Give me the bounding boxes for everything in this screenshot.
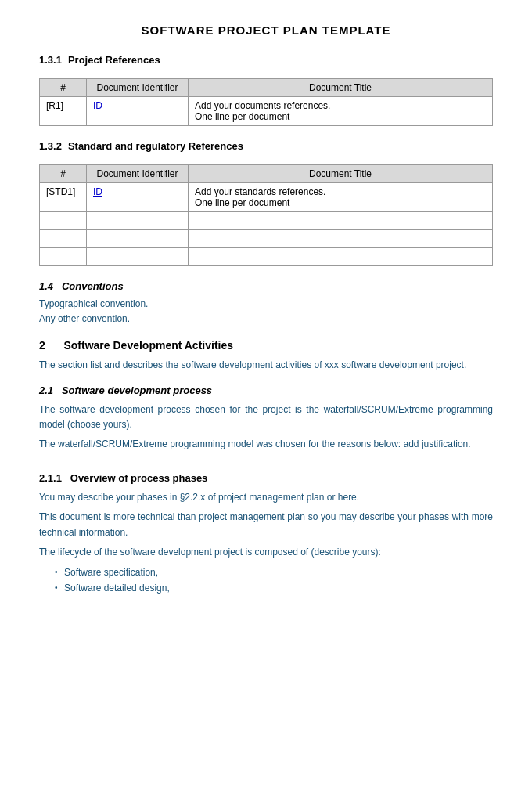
list-item: Software specification,: [55, 565, 493, 580]
ref-id-link: ID: [93, 100, 102, 111]
std-ref-title-line2: One line per document: [195, 197, 486, 208]
process-phases-list: Software specification, Software detaile…: [39, 565, 493, 597]
table-row: [40, 248, 493, 266]
page-title: SOFTWARE PROJECT PLAN TEMPLATE: [39, 23, 493, 37]
section-2-number: 2: [39, 339, 45, 352]
std-empty-title-3: [189, 230, 493, 248]
section-2-body: The section list and describes the softw…: [39, 358, 493, 373]
std-empty-hash-2: [40, 212, 87, 230]
section-1-3-1: 1.3.1Project References # Document Ident…: [39, 54, 493, 126]
std-ref-title: Add your standards references. One line …: [189, 183, 493, 212]
section-1-4: 1.4 Conventions Typographical convention…: [39, 280, 493, 327]
section-2-heading: 2 Software Development Activities: [39, 339, 493, 352]
section-2-1-number: 2.1: [39, 384, 53, 396]
std-table-header-doc-title: Document Title: [189, 165, 493, 183]
table-row: [40, 212, 493, 230]
section-2-1-1-number: 2.1.1: [39, 472, 62, 484]
page-container: SOFTWARE PROJECT PLAN TEMPLATE 1.3.1Proj…: [0, 0, 532, 794]
section-1-3-2-title: Standard and regulatory References: [68, 140, 243, 152]
section-2-1-1-para-3: The lifecycle of the software developmen…: [39, 545, 493, 560]
std-empty-id-3: [87, 230, 189, 248]
project-references-table: # Document Identifier Document Title [R1…: [39, 78, 493, 126]
standard-references-table: # Document Identifier Document Title [ST…: [39, 164, 493, 266]
ref-title-line2: One line per document: [195, 111, 486, 122]
section-2-1-1-title: Overview of process phases: [70, 472, 208, 484]
ref-hash: [R1]: [40, 97, 87, 126]
ref-id: ID: [87, 97, 189, 126]
std-ref-id-link: ID: [93, 186, 102, 197]
section-2-title: Software Development Activities: [63, 339, 233, 352]
std-ref-hash: [STD1]: [40, 183, 87, 212]
section-2-1-heading: 2.1 Software development process: [39, 384, 493, 396]
section-2-1-1: 2.1.1 Overview of process phases You may…: [39, 472, 493, 597]
table-row: [STD1] ID Add your standards references.…: [40, 183, 493, 212]
table-row: [R1] ID Add your documents references. O…: [40, 97, 493, 126]
ref-title-line1: Add your documents references.: [195, 100, 486, 111]
std-empty-hash-3: [40, 230, 87, 248]
std-empty-title-4: [189, 248, 493, 266]
convention-line-2: Any other convention.: [39, 312, 493, 327]
section-2-1-title: Software development process: [62, 384, 212, 396]
table-header-hash: #: [40, 79, 87, 97]
section-1-3-1-number: 1.3.1: [39, 54, 62, 66]
section-2-1-para-1: The software development process chosen …: [39, 402, 493, 432]
std-ref-title-line1: Add your standards references.: [195, 186, 486, 197]
section-1-3-1-title: Project References: [68, 54, 160, 66]
std-ref-id: ID: [87, 183, 189, 212]
std-table-header-doc-id: Document Identifier: [87, 165, 189, 183]
section-2-1: 2.1 Software development process The sof…: [39, 384, 493, 453]
section-1-3-2-number: 1.3.2: [39, 140, 62, 152]
std-empty-id-2: [87, 212, 189, 230]
convention-line-1: Typographical convention.: [39, 297, 493, 312]
section-2-1-1-para-2: This document is more technical than pro…: [39, 510, 493, 540]
section-1-4-heading: 1.4 Conventions: [39, 280, 493, 292]
section-1-3-1-heading: 1.3.1Project References: [39, 54, 493, 66]
std-empty-hash-4: [40, 248, 87, 266]
std-empty-title-2: [189, 212, 493, 230]
std-table-header-hash: #: [40, 165, 87, 183]
table-row: [40, 230, 493, 248]
std-empty-id-4: [87, 248, 189, 266]
section-1-3-2-heading: 1.3.2Standard and regulatory References: [39, 140, 493, 152]
table-header-doc-title: Document Title: [189, 79, 493, 97]
list-item: Software detailed design,: [55, 580, 493, 596]
section-2-1-para-2: The waterfall/SCRUM/Extreme programming …: [39, 437, 493, 452]
section-1-3-2: 1.3.2Standard and regulatory References …: [39, 140, 493, 266]
table-header-doc-id: Document Identifier: [87, 79, 189, 97]
section-2-1-1-heading: 2.1.1 Overview of process phases: [39, 472, 493, 484]
section-1-4-number: 1.4: [39, 280, 53, 292]
section-2-1-1-para-1: You may describe your phases in §2.2.x o…: [39, 490, 493, 505]
section-2: 2 Software Development Activities The se…: [39, 339, 493, 373]
section-1-4-title: Conventions: [62, 280, 124, 292]
ref-title: Add your documents references. One line …: [189, 97, 493, 126]
